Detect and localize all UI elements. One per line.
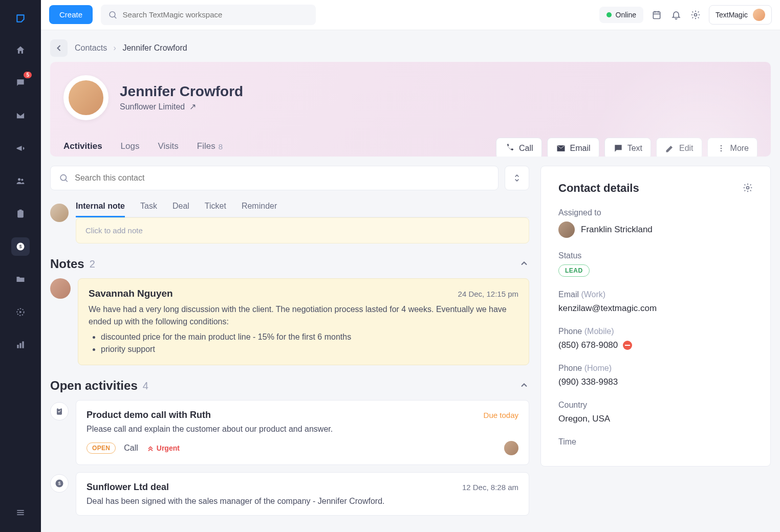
activity-type: Call	[124, 444, 138, 453]
global-search-input[interactable]	[123, 10, 309, 19]
search-icon	[59, 173, 69, 183]
gear-icon[interactable]	[689, 9, 702, 21]
left-rail: 5 $	[0, 0, 41, 532]
contact-hero: Jennifer Crowford Sunflower Limited ↗ Ac…	[50, 62, 771, 157]
bell-icon[interactable]	[670, 9, 682, 21]
contact-details-panel: Contact details Assigned to Franklin Str…	[540, 166, 771, 467]
more-vert-icon	[716, 143, 726, 153]
nav-chat-icon[interactable]: 5	[11, 74, 30, 92]
tab-activities[interactable]: Activities	[63, 141, 102, 157]
online-status[interactable]: Online	[599, 7, 643, 23]
breadcrumb: Contacts › Jennifer Crowford	[75, 43, 187, 53]
nav-contacts-icon[interactable]	[11, 172, 30, 190]
notes-title: Notes	[50, 257, 84, 271]
svg-point-22	[60, 175, 66, 181]
panel-settings-icon[interactable]	[743, 183, 753, 194]
contact-search[interactable]	[50, 166, 499, 190]
user-menu[interactable]: TextMagic	[709, 5, 772, 25]
svg-rect-6	[17, 345, 18, 348]
activity-time: 12 Dec, 8:28 am	[462, 483, 518, 492]
note-input[interactable]: Click to add note	[76, 217, 529, 243]
tab-visits[interactable]: Visits	[158, 141, 178, 157]
quick-tab-reminder[interactable]: Reminder	[242, 202, 277, 217]
collapse-notes[interactable]	[519, 258, 529, 270]
nav-mail-icon[interactable]	[11, 106, 30, 125]
current-user-avatar	[50, 204, 69, 222]
contact-search-input[interactable]	[75, 173, 490, 183]
edit-button[interactable]: Edit	[656, 138, 702, 157]
quick-tab-task[interactable]: Task	[140, 202, 157, 217]
deal-icon: $	[50, 474, 69, 493]
do-not-call-icon	[623, 341, 632, 350]
assignee-avatar	[504, 441, 518, 455]
email-label: Email (Work)	[558, 290, 753, 299]
note-time: 24 Dec, 12:15 pm	[458, 290, 518, 298]
search-icon	[108, 10, 118, 20]
contact-company[interactable]: Sunflower Limited ↗	[120, 102, 243, 112]
breadcrumb-root[interactable]: Contacts	[75, 43, 107, 52]
message-icon	[613, 143, 623, 153]
phone-home-label: Phone (Home)	[558, 364, 753, 373]
create-button[interactable]: Create	[49, 5, 93, 24]
svg-rect-2	[17, 210, 24, 217]
svg-point-12	[110, 12, 115, 17]
phone-home-value[interactable]: (990) 338-9983	[558, 377, 753, 387]
status-badge: LEAD	[558, 264, 590, 277]
activity-desc: Please call and explain the customer abo…	[86, 425, 518, 434]
text-button[interactable]: Text	[604, 138, 651, 157]
status-label: Status	[558, 251, 753, 260]
quick-tab-ticket[interactable]: Ticket	[205, 202, 226, 217]
svg-point-18	[694, 13, 697, 16]
activity-desc: Deal has been signed with the sales mana…	[86, 497, 518, 506]
activities-title: Open activities	[50, 379, 138, 393]
quick-tab-deal[interactable]: Deal	[172, 202, 189, 217]
more-button[interactable]: More	[707, 138, 757, 157]
activities-count: 4	[143, 380, 148, 392]
note-text: We have had a very long discussion with …	[89, 303, 518, 356]
tab-files[interactable]: Files 8	[197, 141, 223, 157]
external-link-icon: ↗	[189, 102, 196, 111]
back-button[interactable]	[50, 39, 68, 57]
email-value[interactable]: kenzilaw@textmagic.com	[558, 303, 753, 314]
phone-mobile-label: Phone (Mobile)	[558, 327, 753, 336]
note-author: Savannah Nguyen	[89, 288, 173, 299]
time-label: Time	[558, 437, 753, 447]
calendar-icon[interactable]	[651, 9, 663, 21]
phone-mobile-value[interactable]: (850) 678-9080	[558, 340, 618, 350]
status-badge: OPEN	[86, 442, 116, 454]
sort-button[interactable]	[505, 166, 529, 190]
svg-rect-7	[19, 343, 21, 348]
svg-point-1	[21, 179, 23, 181]
chat-badge: 5	[24, 72, 32, 78]
svg-point-21	[720, 150, 722, 151]
nav-files-icon[interactable]	[11, 270, 30, 289]
nav-menu-icon[interactable]	[11, 503, 30, 522]
svg-point-19	[720, 145, 722, 146]
svg-text:$: $	[58, 481, 60, 486]
global-search[interactable]	[101, 5, 316, 25]
chevron-right-icon: ›	[114, 43, 116, 52]
nav-automation-icon[interactable]	[11, 303, 30, 321]
contact-name: Jennifer Crowford	[120, 83, 243, 100]
svg-line-23	[66, 180, 68, 182]
note-author-avatar	[50, 278, 71, 299]
pencil-icon	[665, 143, 675, 153]
nav-reports-icon[interactable]	[11, 336, 30, 354]
nav-deals-icon[interactable]: $	[11, 237, 30, 256]
svg-rect-14	[653, 12, 660, 18]
email-button[interactable]: Email	[547, 138, 599, 157]
nav-home-icon[interactable]	[11, 41, 30, 59]
svg-point-20	[720, 147, 722, 149]
app-logo	[12, 10, 29, 27]
nav-tasks-icon[interactable]	[11, 205, 30, 223]
user-avatar	[753, 9, 765, 21]
nav-campaign-icon[interactable]	[11, 139, 30, 158]
collapse-activities[interactable]	[519, 380, 529, 392]
quick-tab-note[interactable]: Internal note	[76, 202, 125, 217]
priority-urgent: Urgent	[146, 444, 180, 452]
tab-logs[interactable]: Logs	[121, 141, 140, 157]
country-label: Country	[558, 401, 753, 410]
phone-icon	[505, 143, 515, 153]
call-button[interactable]: Call	[496, 138, 542, 157]
svg-point-27	[747, 186, 749, 189]
